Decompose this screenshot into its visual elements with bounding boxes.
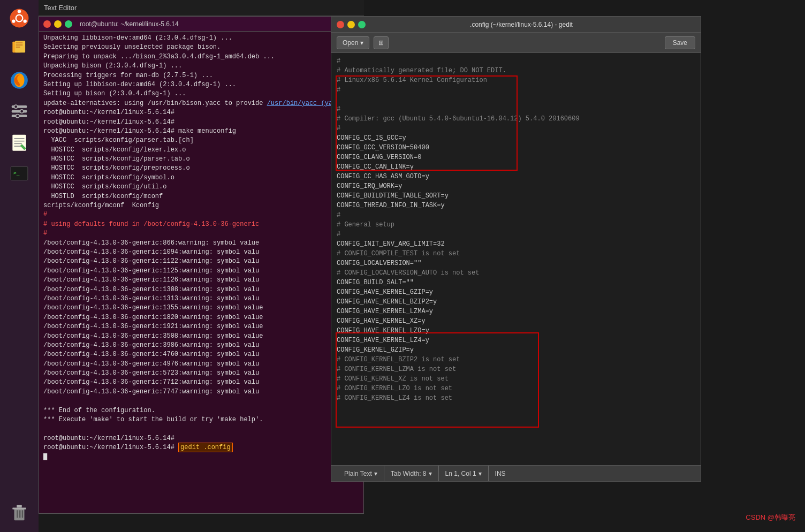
svg-text:>_: >_ <box>13 170 20 176</box>
svg-rect-8 <box>16 44 23 45</box>
gedit-minimize-button[interactable] <box>347 21 355 28</box>
sidebar: >_ <box>0 0 39 532</box>
gedit-toolbar: Open ▾ ⊞ Save <box>331 33 701 53</box>
gedit-close-button[interactable] <box>337 21 344 28</box>
gedit-window: .config (~/kernel/linux-5.6.14) - gedit … <box>331 16 701 482</box>
terminal-title: root@ubuntu: ~/kernel/linux-5.6.14 <box>80 20 179 28</box>
minimize-button[interactable] <box>54 20 62 28</box>
open-label: Open <box>343 39 358 47</box>
wm-title-text: Text Editor <box>44 4 77 12</box>
svg-point-3 <box>24 19 27 22</box>
open-button[interactable]: Open ▾ <box>337 36 369 49</box>
terminal-content[interactable]: Unpacking libbison-dev:amd64 (2:3.0.4.df… <box>39 32 363 513</box>
svg-rect-18 <box>14 138 25 139</box>
svg-point-15 <box>20 110 24 113</box>
insert-mode-status: INS <box>489 466 512 481</box>
gedit-titlebar: .config (~/kernel/linux-5.6.14) - gedit <box>331 17 701 33</box>
svg-rect-28 <box>17 510 18 518</box>
sidebar-item-files[interactable] <box>5 35 33 63</box>
svg-rect-26 <box>12 508 26 510</box>
svg-rect-20 <box>14 143 22 145</box>
tab-width-chevron-icon: ▾ <box>429 470 432 477</box>
insert-mode-label: INS <box>495 470 506 477</box>
svg-point-14 <box>14 105 18 108</box>
gedit-maximize-button[interactable] <box>358 21 366 28</box>
chevron-down-icon: ▾ <box>360 39 363 47</box>
properties-button[interactable]: ⊞ <box>374 36 389 49</box>
sidebar-item-terminal[interactable]: >_ <box>5 159 33 187</box>
gedit-content-area[interactable]: # # Automatically generated file; DO NOT… <box>331 53 701 465</box>
cursor-position-label: Ln 1, Col 1 <box>445 470 476 477</box>
sidebar-item-firefox[interactable] <box>5 66 33 94</box>
svg-rect-19 <box>14 141 25 142</box>
svg-point-4 <box>12 19 15 22</box>
sidebar-item-text-editor[interactable] <box>5 128 33 156</box>
sidebar-item-ubuntu[interactable] <box>5 4 33 32</box>
svg-rect-30 <box>22 510 23 518</box>
gedit-statusbar: Plain Text ▾ Tab Width: 8 ▾ Ln 1, Col 1 … <box>331 465 701 481</box>
tab-width-label: Tab Width: 8 <box>391 470 427 477</box>
svg-rect-7 <box>16 42 23 43</box>
svg-point-16 <box>16 115 19 118</box>
svg-point-2 <box>18 10 21 13</box>
wm-titlebar: Text Editor <box>39 0 364 16</box>
plain-text-chevron-icon: ▾ <box>374 470 377 477</box>
sidebar-item-trash[interactable] <box>5 499 33 527</box>
sidebar-item-settings[interactable] <box>5 97 33 125</box>
close-button[interactable] <box>43 20 51 28</box>
svg-rect-27 <box>17 505 22 508</box>
plain-text-status[interactable]: Plain Text ▾ <box>338 466 384 481</box>
position-chevron-icon: ▾ <box>479 470 482 477</box>
terminal-titlebar: root@ubuntu: ~/kernel/linux-5.6.14 <box>39 17 363 32</box>
svg-rect-12 <box>12 110 27 113</box>
plain-text-label: Plain Text <box>344 470 372 477</box>
terminal-window: root@ubuntu: ~/kernel/linux-5.6.14 Unpac… <box>39 16 364 514</box>
cursor-position-status[interactable]: Ln 1, Col 1 ▾ <box>439 466 489 481</box>
gedit-title: .config (~/kernel/linux-5.6.14) - gedit <box>369 21 674 28</box>
maximize-button[interactable] <box>65 20 72 28</box>
watermark: CSDN @韩曝亮 <box>746 513 795 522</box>
svg-rect-9 <box>16 47 20 48</box>
save-button[interactable]: Save <box>665 36 695 49</box>
tab-width-status[interactable]: Tab Width: 8 ▾ <box>384 466 439 481</box>
svg-rect-29 <box>19 510 20 518</box>
